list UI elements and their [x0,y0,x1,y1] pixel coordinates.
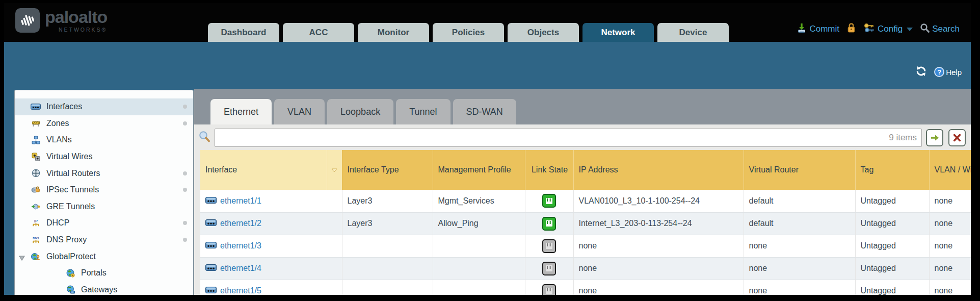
cell-virtual-router: none [744,257,855,280]
help-button[interactable]: ? Help [934,67,962,77]
link-state-icon[interactable] [542,239,556,253]
col-header-management-profile[interactable]: Management Profile [433,150,525,190]
col-header-ip-address[interactable]: IP Address [573,150,744,190]
interface-link[interactable]: ethernet1/2 [205,219,261,228]
tab-device[interactable]: Device [657,23,729,42]
col-header-interface[interactable]: Interface [200,150,327,190]
paloalto-logo-icon [15,8,40,33]
sub-header-bar: ? Help [4,42,971,87]
cell-link-state [525,212,573,235]
cell-tag: Untagged [855,212,929,235]
search-button[interactable]: Search [920,23,960,35]
commit-button[interactable]: Commit [797,23,839,36]
filter-input[interactable] [215,129,922,147]
link-state-icon[interactable] [542,194,556,208]
sidebar-item-gre-tunnels[interactable]: GRE Tunnels [15,198,193,215]
tab-policies[interactable]: Policies [433,23,504,42]
sidebar-item-label: DNS Proxy [46,235,87,244]
cell-vlan-wire: none [929,280,971,295]
apply-filter-button[interactable] [926,129,943,146]
ethernet-port-icon [205,241,217,250]
table-row[interactable]: ethernet1/1 Layer3 Mgmt_Services VLAN010… [200,190,971,212]
tab-dashboard[interactable]: Dashboard [208,23,279,42]
tab-network[interactable]: Network [582,23,654,42]
interface-link[interactable]: ethernet1/5 [205,286,261,295]
cell-tag: Untagged [855,280,929,295]
cell-interface-type [342,257,433,280]
sidebar-item-ipsec-tunnels[interactable]: IPSec Tunnels [15,182,193,198]
col-header-interface-type[interactable]: Interface Type [342,150,433,190]
col-header-vlan-wire[interactable]: VLAN / Wire [929,150,971,190]
dns-proxy-icon: DNS [30,236,41,244]
interface-name: ethernet1/2 [220,219,261,228]
main-nav-tabs: Dashboard ACC Monitor Policies Objects N… [208,23,729,42]
keys-icon [863,22,875,36]
table-row[interactable]: ethernet1/3 none none Untagged none [200,235,971,257]
tab-objects[interactable]: Objects [508,23,579,42]
sidebar-item-interfaces[interactable]: Interfaces [15,98,193,115]
tab-monitor[interactable]: Monitor [358,23,429,42]
cell-vlan-wire: none [929,235,971,257]
interface-link[interactable]: ethernet1/4 [205,264,261,273]
item-dot [183,105,187,109]
lock-icon[interactable] [846,22,856,36]
link-state-icon[interactable] [542,217,556,231]
sidebar-item-label: Portals [81,268,107,278]
cell-tag: Untagged [855,190,929,212]
ethernet-port-icon [205,286,217,295]
link-state-icon[interactable] [542,284,556,295]
item-dot [183,171,187,175]
interface-link[interactable]: ethernet1/3 [205,241,261,250]
help-label: Help [946,68,962,77]
globalprotect-icon [30,253,41,261]
cell-link-state [525,190,573,212]
main-content: Ethernet VLAN Loopback Tunnel SD-WAN 9 i… [194,89,971,295]
clear-filter-button[interactable] [948,129,966,146]
table-row[interactable]: ethernet1/5 none none Untagged none [200,280,971,295]
subtab-ethernet[interactable]: Ethernet [210,99,272,124]
col-header-virtual-router[interactable]: Virtual Router [744,150,855,190]
logo-text: paloalto NETWORKS® [45,8,107,33]
filter-bar: 9 items [194,124,971,150]
col-header-tag[interactable]: Tag [855,150,929,190]
ethernet-port-icon [205,219,217,228]
column-menu-button[interactable] [327,150,342,190]
sidebar-item-gateways[interactable]: Gateways [15,282,193,295]
ipsec-tunnels-icon [30,186,41,194]
sidebar-item-dhcp[interactable]: IP DHCP [15,215,193,232]
interface-name: ethernet1/4 [220,264,261,273]
cell-management-profile: Allow_Ping [433,212,525,235]
sidebar-item-portals[interactable]: Portals [15,265,193,282]
subtab-vlan[interactable]: VLAN [274,99,325,124]
expand-triangle-icon[interactable] [19,254,25,263]
item-dot [183,188,187,192]
filter-magnifier-icon[interactable] [198,131,210,145]
link-state-icon[interactable] [542,262,556,275]
table-row[interactable]: ethernet1/2 Layer3 Allow_Ping Internet_L… [200,212,971,235]
cell-virtual-router: default [744,190,855,212]
subtab-loopback[interactable]: Loopback [327,99,393,124]
cell-link-state [525,257,573,280]
gateways-icon [65,285,76,294]
item-dot [183,238,187,242]
sidebar-item-virtual-wires[interactable]: Virtual Wires [15,148,193,165]
sidebar-item-globalprotect[interactable]: GlobalProtect [15,248,193,265]
sidebar-item-dns-proxy[interactable]: DNS DNS Proxy [15,232,193,248]
tab-acc[interactable]: ACC [283,23,354,42]
col-header-link-state[interactable]: Link State [525,150,573,190]
cell-virtual-router: default [744,212,855,235]
table-row[interactable]: ethernet1/4 none none Untagged none [200,257,971,280]
subtab-sdwan[interactable]: SD-WAN [453,99,516,124]
interface-link[interactable]: ethernet1/1 [205,196,261,206]
ethernet-port-icon [205,264,217,273]
sidebar-item-vlans[interactable]: VLANs [15,132,193,148]
config-menu[interactable]: Config [863,22,913,36]
subtab-tunnel[interactable]: Tunnel [396,99,450,124]
sidebar-item-zones[interactable]: Zones [15,115,193,132]
sidebar-item-label: GRE Tunnels [46,202,95,211]
sidebar-item-virtual-routers[interactable]: Virtual Routers [15,165,193,182]
cell-tag: Untagged [855,235,929,257]
cell-management-profile [433,235,525,257]
cell-link-state [525,235,573,257]
refresh-icon[interactable] [915,65,927,79]
